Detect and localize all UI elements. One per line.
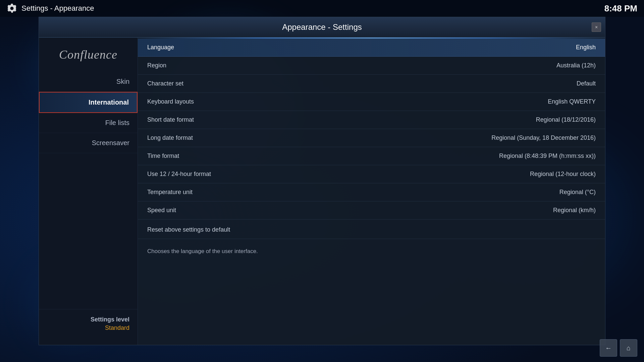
sidebar-item-screensaver[interactable]: Screensaver [39, 133, 138, 153]
setting-label-character-set: Character set [147, 80, 183, 87]
sidebar-item-skin[interactable]: Skin [39, 72, 138, 92]
setting-row-hour-format[interactable]: Use 12 / 24-hour format Regional (12-hou… [138, 165, 605, 183]
setting-value-hour-format: Regional (12-hour clock) [530, 171, 596, 178]
setting-label-hour-format: Use 12 / 24-hour format [147, 171, 211, 178]
setting-value-language: English [576, 44, 596, 51]
setting-label-speed-unit: Speed unit [147, 207, 176, 214]
setting-row-region[interactable]: Region Australia (12h) [138, 57, 605, 75]
sidebar-nav: Skin International File lists Screensave… [39, 72, 138, 309]
setting-value-character-set: Default [577, 80, 596, 87]
setting-value-region: Australia (12h) [556, 62, 596, 69]
back-button[interactable]: ← [600, 339, 617, 357]
dialog-title: Appearance - Settings [282, 22, 362, 32]
setting-value-time-format: Regional (8:48:39 PM (h:mm:ss xx)) [499, 153, 596, 160]
sidebar-item-file-lists[interactable]: File lists [39, 113, 138, 133]
setting-value-long-date-format: Regional (Sunday, 18 December 2016) [491, 134, 596, 141]
topbar-left: Settings - Appearance [7, 3, 94, 14]
reset-label: Reset above settings to default [147, 226, 230, 233]
bottom-nav: ← ⌂ [600, 339, 637, 357]
setting-value-keyboard-layouts: English QWERTY [548, 98, 596, 105]
setting-label-long-date-format: Long date format [147, 134, 193, 141]
dialog-body: Confluence Skin International File lists… [39, 38, 605, 345]
settings-list: Language English Region Australia (12h) … [138, 39, 605, 345]
setting-label-region: Region [147, 62, 166, 69]
setting-row-long-date-format[interactable]: Long date format Regional (Sunday, 18 De… [138, 129, 605, 147]
settings-dialog: Appearance - Settings × Confluence Skin … [39, 17, 605, 345]
setting-row-speed-unit[interactable]: Speed unit Regional (km/h) [138, 201, 605, 220]
setting-description: Chooses the language of the user interfa… [138, 239, 605, 264]
setting-row-character-set[interactable]: Character set Default [138, 75, 605, 93]
sidebar: Confluence Skin International File lists… [39, 38, 138, 345]
setting-label-keyboard-layouts: Keyboard layouts [147, 98, 194, 105]
confluence-logo: Confluence [59, 48, 117, 62]
home-icon: ⌂ [627, 344, 631, 352]
settings-level-label: Settings level [47, 316, 129, 323]
sidebar-item-international[interactable]: International [39, 92, 138, 113]
setting-row-time-format[interactable]: Time format Regional (8:48:39 PM (h:mm:s… [138, 147, 605, 165]
logo-area: Confluence [39, 44, 138, 72]
setting-label-temperature-unit: Temperature unit [147, 189, 193, 196]
setting-row-language[interactable]: Language English [138, 39, 605, 57]
gear-icon [7, 3, 17, 14]
topbar-time: 8:48 PM [604, 3, 637, 14]
setting-value-short-date-format: Regional (18/12/2016) [536, 116, 596, 123]
setting-row-short-date-format[interactable]: Short date format Regional (18/12/2016) [138, 111, 605, 129]
dialog-header: Appearance - Settings × [39, 17, 605, 38]
back-icon: ← [605, 344, 612, 352]
setting-row-temperature-unit[interactable]: Temperature unit Regional (°C) [138, 183, 605, 201]
settings-level-value: Standard [47, 324, 129, 331]
setting-value-speed-unit: Regional (km/h) [553, 207, 596, 214]
sidebar-bottom: Settings level Standard [39, 309, 138, 338]
setting-row-keyboard-layouts[interactable]: Keyboard layouts English QWERTY [138, 93, 605, 111]
reset-row[interactable]: Reset above settings to default [138, 220, 605, 239]
setting-value-temperature-unit: Regional (°C) [559, 189, 596, 196]
main-content: Language English Region Australia (12h) … [138, 38, 605, 345]
setting-label-time-format: Time format [147, 153, 179, 160]
close-button[interactable]: × [592, 22, 601, 32]
setting-label-language: Language [147, 44, 174, 51]
topbar-title: Settings - Appearance [21, 4, 94, 13]
topbar: Settings - Appearance 8:48 PM [0, 0, 644, 17]
home-button[interactable]: ⌂ [620, 339, 637, 357]
setting-label-short-date-format: Short date format [147, 116, 194, 123]
